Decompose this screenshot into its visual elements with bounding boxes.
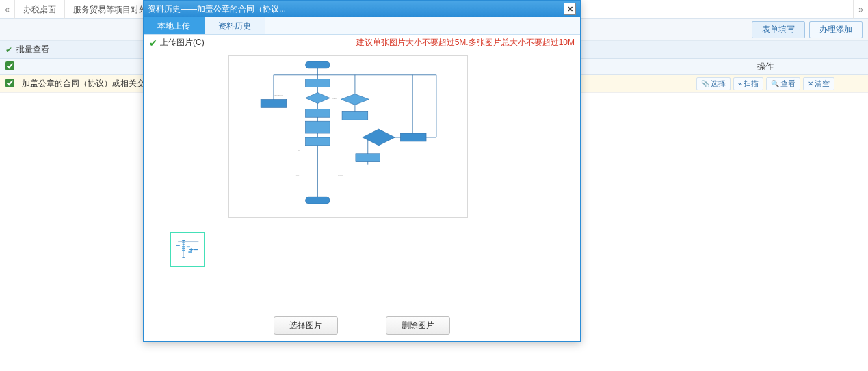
modal-close-button[interactable]: ✕ — [564, 3, 576, 15]
op-view-label: 查看 — [780, 79, 795, 89]
op-view[interactable]: 🔍查看 — [766, 77, 800, 90]
svg-rect-35 — [182, 248, 185, 250]
svg-rect-11 — [261, 99, 287, 107]
op-scan[interactable]: ⌁扫描 — [733, 77, 763, 90]
svg-marker-32 — [182, 244, 185, 245]
svg-rect-18 — [400, 133, 426, 141]
svg-marker-17 — [363, 129, 395, 146]
svg-rect-9 — [306, 79, 330, 87]
svg-marker-10 — [306, 93, 330, 104]
svg-rect-39 — [194, 249, 198, 250]
modal-subbar: ✔ 上传图片(C) 建议单张图片大小不要超过5M.多张图片总大小不要超过10M — [144, 35, 580, 51]
select-all-checkbox[interactable] — [5, 61, 14, 70]
svg-rect-19 — [356, 154, 380, 162]
row-checkbox[interactable] — [5, 79, 14, 87]
image-thumbnail[interactable] — [170, 232, 205, 267]
upload-label: 上传图片(C) — [160, 37, 205, 49]
modal-tab-local-upload[interactable]: 本地上传 — [144, 17, 205, 34]
modal-title-text: 资料历史——加盖公章的合同（协议... — [148, 3, 286, 15]
svg-text:...: ... — [342, 189, 344, 192]
form-fill-button[interactable]: 表单填写 — [752, 21, 805, 38]
search-icon: 🔍 — [771, 80, 779, 87]
svg-marker-15 — [341, 94, 369, 105]
svg-rect-41 — [182, 257, 185, 258]
svg-rect-20 — [306, 197, 330, 204]
svg-text:....: .... — [298, 149, 300, 152]
svg-rect-16 — [342, 111, 368, 120]
svg-rect-37 — [187, 246, 190, 247]
modal-titlebar: 资料历史——加盖公章的合同（协议... ✕ — [144, 1, 580, 17]
check-icon: ✔ — [5, 45, 12, 55]
upload-warning: 建议单张图片大小不要超过5M.多张图片总大小不要超过10M — [356, 37, 575, 49]
modal-tabs: 本地上传 资料历史 — [144, 17, 580, 35]
material-history-modal: 资料历史——加盖公章的合同（协议... ✕ 本地上传 资料历史 ✔ 上传图片(C… — [143, 0, 581, 342]
image-preview: .bx{fill:#3d8fcf;stroke:#2b6ca8;stroke-w… — [228, 55, 468, 218]
svg-rect-36 — [182, 250, 185, 251]
paperclip-icon: 📎 — [701, 80, 709, 87]
svg-rect-33 — [176, 245, 180, 246]
check-icon: ✔ — [149, 38, 157, 49]
modal-body: .bx{fill:#3d8fcf;stroke:#2b6ca8;stroke-w… — [144, 51, 580, 310]
close-icon: ✕ — [808, 80, 813, 87]
svg-text:................: ................ — [274, 94, 283, 96]
tab-scroll-right[interactable]: » — [853, 0, 868, 19]
table-header-ops: 操作 — [663, 61, 868, 72]
modal-tab-history[interactable]: 资料历史 — [205, 17, 265, 34]
table-header-checkbox — [0, 61, 19, 72]
op-select-label: 选择 — [711, 79, 726, 89]
svg-text:.. .. ..: .. .. .. — [338, 174, 343, 176]
svg-rect-8 — [306, 61, 330, 68]
op-select[interactable]: 📎选择 — [696, 77, 731, 90]
svg-rect-13 — [306, 121, 330, 133]
svg-rect-14 — [306, 137, 330, 146]
process-add-button[interactable]: 办理添加 — [809, 21, 863, 38]
svg-rect-34 — [182, 246, 185, 247]
svg-text:..........: .......... — [372, 98, 378, 101]
tab-desktop[interactable]: 办税桌面 — [15, 0, 65, 19]
svg-rect-30 — [182, 240, 185, 241]
svg-rect-31 — [182, 242, 185, 243]
svg-marker-38 — [189, 248, 194, 251]
svg-rect-12 — [306, 109, 330, 117]
delete-image-button[interactable]: 删除图片 — [386, 316, 450, 335]
op-clear-label: 清空 — [815, 79, 830, 89]
svg-text:.......: ....... — [332, 97, 337, 100]
op-clear[interactable]: ✕清空 — [803, 77, 834, 90]
scan-icon: ⌁ — [738, 80, 742, 87]
flowchart-image: .bx{fill:#3d8fcf;stroke:#2b6ca8;stroke-w… — [229, 56, 467, 217]
batch-view-label: 批量查看 — [16, 44, 49, 55]
modal-footer: 选择图片 删除图片 — [144, 310, 580, 341]
choose-image-button[interactable]: 选择图片 — [274, 316, 338, 335]
svg-rect-40 — [188, 251, 192, 253]
op-scan-label: 扫描 — [744, 79, 759, 89]
svg-text:.. .. ..: .. .. .. — [295, 174, 300, 176]
row-ops: 📎选择 ⌁扫描 🔍查看 ✕清空 — [663, 77, 868, 90]
tab-scroll-left[interactable]: « — [0, 0, 15, 19]
